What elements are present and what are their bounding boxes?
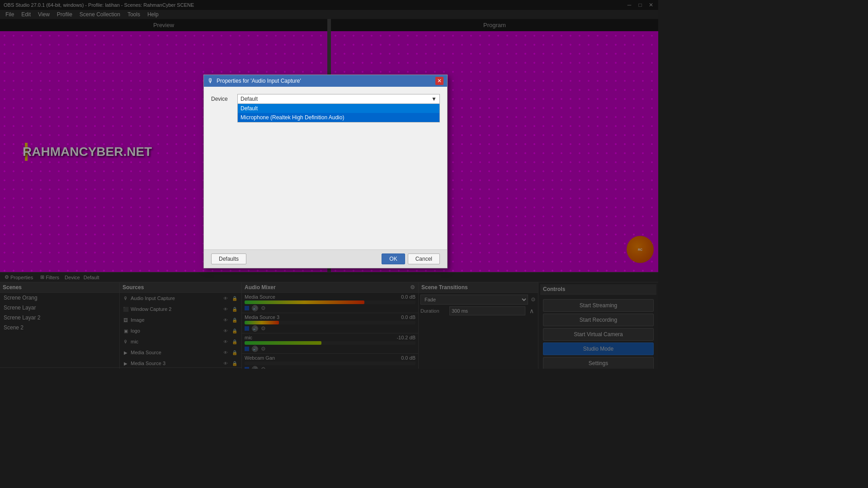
defaults-button[interactable]: Defaults bbox=[211, 253, 246, 264]
modal-footer: Defaults OK Cancel bbox=[204, 249, 447, 268]
modal-overlay: 🎙 Properties for 'Audio Input Capture' ✕… bbox=[0, 0, 658, 369]
modal-title: Properties for 'Audio Input Capture' bbox=[217, 78, 301, 84]
properties-dialog: 🎙 Properties for 'Audio Input Capture' ✕… bbox=[203, 75, 448, 268]
dropdown-option-1[interactable]: Microphone (Realtek High Definition Audi… bbox=[238, 113, 439, 122]
modal-body: Device Default ▼ Default Microphone (Rea… bbox=[204, 87, 447, 249]
modal-titlebar: 🎙 Properties for 'Audio Input Capture' ✕ bbox=[204, 75, 447, 87]
dropdown-option-0[interactable]: Default bbox=[238, 104, 439, 113]
modal-dropdown: Default Microphone (Realtek High Definit… bbox=[237, 104, 440, 122]
modal-close-button[interactable]: ✕ bbox=[435, 77, 443, 85]
modal-select-wrapper: Default ▼ Default Microphone (Realtek Hi… bbox=[237, 94, 440, 104]
ok-button[interactable]: OK bbox=[382, 253, 405, 264]
cancel-button[interactable]: Cancel bbox=[408, 253, 440, 264]
modal-icon: 🎙 bbox=[208, 77, 214, 84]
modal-title-left: 🎙 Properties for 'Audio Input Capture' bbox=[208, 77, 301, 84]
modal-device-select[interactable]: Default ▼ bbox=[237, 94, 440, 104]
modal-device-row: Device Default ▼ Default Microphone (Rea… bbox=[211, 94, 440, 104]
modal-device-value: Default bbox=[241, 96, 258, 102]
modal-device-label: Device bbox=[211, 94, 234, 102]
dropdown-arrow-icon: ▼ bbox=[431, 96, 437, 102]
